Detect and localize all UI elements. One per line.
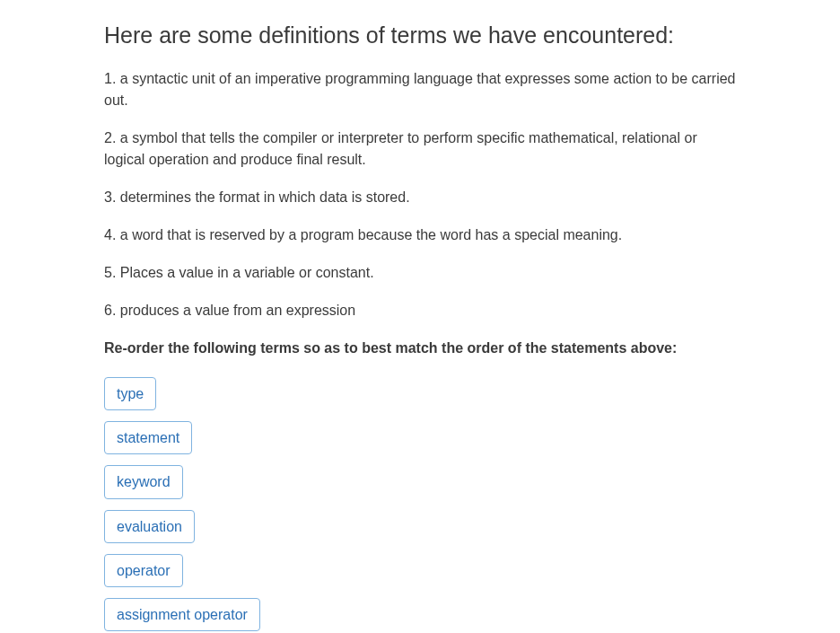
term-item[interactable]: operator: [104, 554, 183, 587]
definition-item: 6. produces a value from an expression: [104, 300, 741, 321]
reorder-instruction: Re-order the following terms so as to be…: [104, 338, 741, 359]
term-item[interactable]: evaluation: [104, 510, 195, 543]
definition-item: 3. determines the format in which data i…: [104, 187, 741, 208]
content-container: Here are some definitions of terms we ha…: [104, 22, 741, 631]
definition-item: 2. a symbol that tells the compiler or i…: [104, 127, 741, 171]
sortable-term-list[interactable]: type statement keyword evaluation operat…: [104, 377, 741, 631]
term-item[interactable]: type: [104, 377, 156, 410]
definition-item: 5. Places a value in a variable or const…: [104, 262, 741, 284]
definition-item: 4. a word that is reserved by a program …: [104, 224, 741, 246]
page-heading: Here are some definitions of terms we ha…: [104, 22, 741, 48]
definition-item: 1. a syntactic unit of an imperative pro…: [104, 68, 741, 111]
term-item[interactable]: assignment operator: [104, 598, 260, 631]
term-item[interactable]: keyword: [104, 465, 183, 498]
term-item[interactable]: statement: [104, 421, 192, 454]
